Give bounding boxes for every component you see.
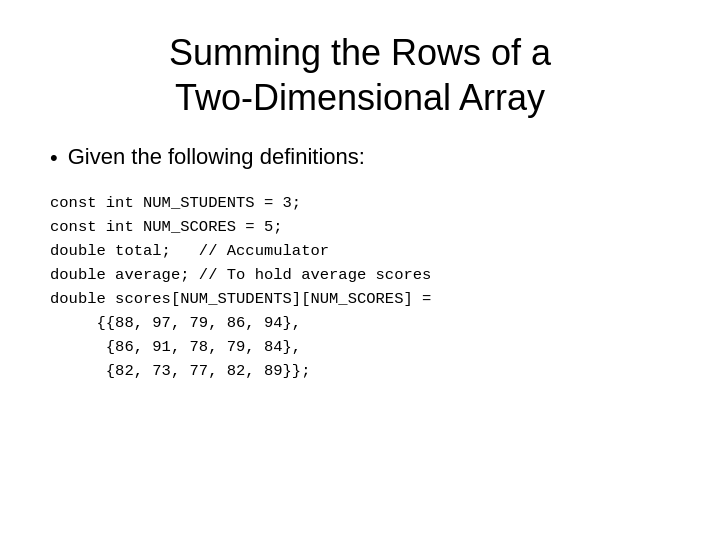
code-block: const int NUM_STUDENTS = 3; const int NU… [50, 191, 670, 383]
bullet-item: • Given the following definitions: [50, 144, 670, 173]
bullet-section: • Given the following definitions: [50, 144, 670, 173]
title-line1: Summing the Rows of a [169, 30, 551, 75]
slide-title: Summing the Rows of a Two-Dimensional Ar… [169, 30, 551, 120]
bullet-text: Given the following definitions: [68, 144, 365, 170]
title-line2: Two-Dimensional Array [169, 75, 551, 120]
bullet-dot: • [50, 144, 58, 173]
